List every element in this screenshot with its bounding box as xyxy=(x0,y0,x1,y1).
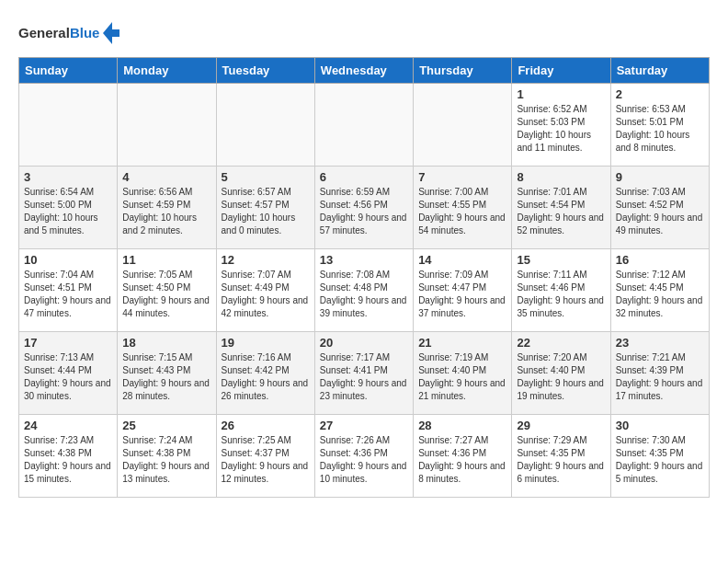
calendar-cell xyxy=(414,84,512,167)
day-number: 18 xyxy=(122,336,210,350)
calendar-week-row: 10Sunrise: 7:04 AM Sunset: 4:51 PM Dayli… xyxy=(19,249,710,332)
calendar-cell xyxy=(118,84,216,167)
calendar-cell: 24Sunrise: 7:23 AM Sunset: 4:38 PM Dayli… xyxy=(19,415,118,498)
calendar-cell: 26Sunrise: 7:25 AM Sunset: 4:37 PM Dayli… xyxy=(216,415,314,498)
day-info: Sunrise: 7:00 AM Sunset: 4:55 PM Dayligh… xyxy=(418,186,506,237)
calendar-cell: 21Sunrise: 7:19 AM Sunset: 4:40 PM Dayli… xyxy=(414,332,512,415)
calendar-cell: 28Sunrise: 7:27 AM Sunset: 4:36 PM Dayli… xyxy=(414,415,512,498)
calendar-cell: 16Sunrise: 7:12 AM Sunset: 4:45 PM Dayli… xyxy=(610,249,709,332)
calendar-cell xyxy=(216,84,314,167)
day-info: Sunrise: 7:25 AM Sunset: 4:37 PM Dayligh… xyxy=(222,434,310,486)
day-number: 3 xyxy=(24,170,112,184)
svg-marker-0 xyxy=(103,22,119,44)
day-info: Sunrise: 7:07 AM Sunset: 4:49 PM Dayligh… xyxy=(222,269,310,320)
day-info: Sunrise: 6:54 AM Sunset: 5:00 PM Dayligh… xyxy=(24,186,112,237)
weekday-header-wednesday: Wednesday xyxy=(314,58,413,84)
day-info: Sunrise: 7:30 AM Sunset: 4:35 PM Dayligh… xyxy=(616,434,704,486)
day-number: 17 xyxy=(24,336,112,350)
day-info: Sunrise: 6:59 AM Sunset: 4:56 PM Dayligh… xyxy=(320,186,408,237)
day-number: 1 xyxy=(517,87,605,101)
day-number: 26 xyxy=(222,419,310,432)
day-number: 14 xyxy=(418,253,506,267)
day-info: Sunrise: 7:26 AM Sunset: 4:36 PM Dayligh… xyxy=(320,434,408,486)
weekday-header-sunday: Sunday xyxy=(19,58,118,84)
day-number: 8 xyxy=(517,170,605,184)
calendar-cell: 20Sunrise: 7:17 AM Sunset: 4:41 PM Dayli… xyxy=(314,332,413,415)
day-info: Sunrise: 7:05 AM Sunset: 4:50 PM Dayligh… xyxy=(122,269,210,320)
day-info: Sunrise: 7:23 AM Sunset: 4:38 PM Dayligh… xyxy=(24,434,112,486)
calendar-cell: 2Sunrise: 6:53 AM Sunset: 5:01 PM Daylig… xyxy=(610,84,709,167)
calendar-cell: 7Sunrise: 7:00 AM Sunset: 4:55 PM Daylig… xyxy=(414,167,512,249)
calendar-cell: 18Sunrise: 7:15 AM Sunset: 4:43 PM Dayli… xyxy=(118,332,216,415)
day-number: 6 xyxy=(320,170,408,184)
day-number: 9 xyxy=(616,170,704,184)
day-number: 10 xyxy=(24,253,112,267)
day-info: Sunrise: 7:04 AM Sunset: 4:51 PM Dayligh… xyxy=(24,269,112,320)
calendar-cell: 27Sunrise: 7:26 AM Sunset: 4:36 PM Dayli… xyxy=(314,415,413,498)
logo-general-text: General xyxy=(18,25,70,40)
day-number: 23 xyxy=(616,336,704,350)
calendar-cell: 14Sunrise: 7:09 AM Sunset: 4:47 PM Dayli… xyxy=(414,249,512,332)
calendar-cell: 30Sunrise: 7:30 AM Sunset: 4:35 PM Dayli… xyxy=(610,415,709,498)
day-number: 5 xyxy=(222,170,310,184)
day-info: Sunrise: 7:09 AM Sunset: 4:47 PM Dayligh… xyxy=(418,269,506,320)
day-number: 29 xyxy=(517,419,605,432)
day-number: 12 xyxy=(222,253,310,267)
day-info: Sunrise: 7:29 AM Sunset: 4:35 PM Dayligh… xyxy=(517,434,605,486)
weekday-header-monday: Monday xyxy=(118,58,216,84)
calendar-cell xyxy=(19,84,118,167)
calendar-cell: 12Sunrise: 7:07 AM Sunset: 4:49 PM Dayli… xyxy=(216,249,314,332)
calendar-cell: 15Sunrise: 7:11 AM Sunset: 4:46 PM Dayli… xyxy=(512,249,610,332)
day-number: 27 xyxy=(320,419,408,432)
calendar-week-row: 24Sunrise: 7:23 AM Sunset: 4:38 PM Dayli… xyxy=(19,415,710,498)
day-number: 21 xyxy=(418,336,506,350)
day-number: 13 xyxy=(320,253,408,267)
day-info: Sunrise: 7:13 AM Sunset: 4:44 PM Dayligh… xyxy=(24,351,112,403)
day-info: Sunrise: 7:01 AM Sunset: 4:54 PM Dayligh… xyxy=(517,186,605,237)
day-info: Sunrise: 7:08 AM Sunset: 4:48 PM Dayligh… xyxy=(320,269,408,320)
calendar-cell: 11Sunrise: 7:05 AM Sunset: 4:50 PM Dayli… xyxy=(118,249,216,332)
weekday-header-tuesday: Tuesday xyxy=(216,58,314,84)
day-info: Sunrise: 7:12 AM Sunset: 4:45 PM Dayligh… xyxy=(616,269,704,320)
page-header: GeneralBlue xyxy=(18,18,710,48)
day-number: 19 xyxy=(222,336,310,350)
day-number: 16 xyxy=(616,253,704,267)
day-info: Sunrise: 7:21 AM Sunset: 4:39 PM Dayligh… xyxy=(616,351,704,403)
day-info: Sunrise: 7:16 AM Sunset: 4:42 PM Dayligh… xyxy=(222,351,310,403)
day-number: 20 xyxy=(320,336,408,350)
weekday-header-friday: Friday xyxy=(512,58,610,84)
day-info: Sunrise: 6:57 AM Sunset: 4:57 PM Dayligh… xyxy=(222,186,310,237)
calendar-cell: 13Sunrise: 7:08 AM Sunset: 4:48 PM Dayli… xyxy=(314,249,413,332)
day-info: Sunrise: 6:56 AM Sunset: 4:59 PM Dayligh… xyxy=(122,186,210,237)
calendar-cell: 4Sunrise: 6:56 AM Sunset: 4:59 PM Daylig… xyxy=(118,167,216,249)
calendar-cell: 22Sunrise: 7:20 AM Sunset: 4:40 PM Dayli… xyxy=(512,332,610,415)
logo-chevron-icon xyxy=(103,18,119,48)
calendar-cell: 9Sunrise: 7:03 AM Sunset: 4:52 PM Daylig… xyxy=(610,167,709,249)
day-info: Sunrise: 7:03 AM Sunset: 4:52 PM Dayligh… xyxy=(616,186,704,237)
day-number: 24 xyxy=(24,419,112,432)
calendar-week-row: 3Sunrise: 6:54 AM Sunset: 5:00 PM Daylig… xyxy=(19,167,710,249)
day-number: 4 xyxy=(122,170,210,184)
calendar-cell: 6Sunrise: 6:59 AM Sunset: 4:56 PM Daylig… xyxy=(314,167,413,249)
day-number: 2 xyxy=(616,87,704,101)
day-info: Sunrise: 7:15 AM Sunset: 4:43 PM Dayligh… xyxy=(122,351,210,403)
calendar-cell: 8Sunrise: 7:01 AM Sunset: 4:54 PM Daylig… xyxy=(512,167,610,249)
day-number: 15 xyxy=(517,253,605,267)
calendar-cell xyxy=(314,84,413,167)
calendar-cell: 29Sunrise: 7:29 AM Sunset: 4:35 PM Dayli… xyxy=(512,415,610,498)
logo: GeneralBlue xyxy=(18,18,119,48)
day-info: Sunrise: 7:27 AM Sunset: 4:36 PM Dayligh… xyxy=(418,434,506,486)
calendar-cell: 1Sunrise: 6:52 AM Sunset: 5:03 PM Daylig… xyxy=(512,84,610,167)
calendar-cell: 10Sunrise: 7:04 AM Sunset: 4:51 PM Dayli… xyxy=(19,249,118,332)
day-info: Sunrise: 6:52 AM Sunset: 5:03 PM Dayligh… xyxy=(517,103,605,155)
day-number: 7 xyxy=(418,170,506,184)
calendar-table: SundayMondayTuesdayWednesdayThursdayFrid… xyxy=(18,57,710,498)
calendar-week-row: 1Sunrise: 6:52 AM Sunset: 5:03 PM Daylig… xyxy=(19,84,710,167)
calendar-cell: 23Sunrise: 7:21 AM Sunset: 4:39 PM Dayli… xyxy=(610,332,709,415)
day-info: Sunrise: 7:17 AM Sunset: 4:41 PM Dayligh… xyxy=(320,351,408,403)
day-info: Sunrise: 7:11 AM Sunset: 4:46 PM Dayligh… xyxy=(517,269,605,320)
calendar-week-row: 17Sunrise: 7:13 AM Sunset: 4:44 PM Dayli… xyxy=(19,332,710,415)
day-info: Sunrise: 7:20 AM Sunset: 4:40 PM Dayligh… xyxy=(517,351,605,403)
weekday-header-saturday: Saturday xyxy=(610,58,709,84)
day-info: Sunrise: 6:53 AM Sunset: 5:01 PM Dayligh… xyxy=(616,103,704,155)
